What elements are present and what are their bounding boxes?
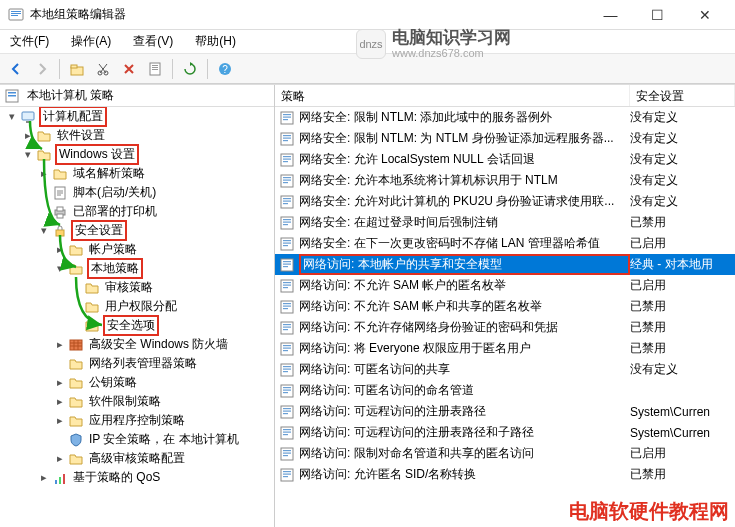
tree-adv-audit[interactable]: 高级审核策略配置 <box>87 450 187 467</box>
expand-icon[interactable]: ▸ <box>52 337 68 353</box>
qos-icon <box>52 470 68 486</box>
cut-button[interactable] <box>91 57 115 81</box>
expand-icon[interactable]: ▸ <box>52 394 68 410</box>
list-row[interactable]: 网络访问: 可远程访问的注册表路径System\Curren <box>275 401 735 422</box>
tree-software-restrict[interactable]: 软件限制策略 <box>87 393 163 410</box>
collapse-icon[interactable]: ▾ <box>4 109 20 125</box>
policy-root-icon <box>4 88 20 104</box>
expand-icon[interactable]: ▸ <box>36 470 52 486</box>
list-row[interactable]: 网络安全: 限制 NTLM: 添加此域中的服务器例外没有定义 <box>275 107 735 128</box>
refresh-button[interactable] <box>178 57 202 81</box>
list-row[interactable]: 网络访问: 本地帐户的共享和安全模型经典 - 对本地用 <box>275 254 735 275</box>
collapse-icon[interactable]: ▾ <box>36 223 52 239</box>
maximize-button[interactable]: ☐ <box>635 1 680 29</box>
list-row[interactable]: 网络访问: 可匿名访问的共享没有定义 <box>275 359 735 380</box>
tree-software-settings[interactable]: 软件设置 <box>55 127 107 144</box>
svg-rect-48 <box>281 217 293 229</box>
svg-rect-50 <box>283 221 291 222</box>
list-body[interactable]: 网络安全: 限制 NTLM: 添加此域中的服务器例外没有定义网络安全: 限制 N… <box>275 107 735 527</box>
list-row[interactable]: 网络安全: 限制 NTLM: 为 NTLM 身份验证添加远程服务器...没有定义 <box>275 128 735 149</box>
svg-rect-39 <box>283 161 288 162</box>
expand-icon[interactable]: ▸ <box>52 451 68 467</box>
tree-policy-qos[interactable]: 基于策略的 QoS <box>71 469 162 486</box>
svg-rect-31 <box>283 119 288 120</box>
policy-setting: 已禁用 <box>630 466 735 483</box>
list-row[interactable]: 网络安全: 允许本地系统将计算机标识用于 NTLM没有定义 <box>275 170 735 191</box>
svg-rect-62 <box>283 284 291 285</box>
svg-rect-77 <box>283 366 291 367</box>
policy-setting: 已禁用 <box>630 298 735 315</box>
svg-rect-89 <box>283 429 291 430</box>
minimize-button[interactable]: — <box>588 1 633 29</box>
svg-rect-81 <box>283 387 291 388</box>
tree-security-settings[interactable]: 安全设置 <box>71 220 127 241</box>
forward-button[interactable] <box>30 57 54 81</box>
menu-view[interactable]: 查看(V) <box>129 31 177 52</box>
policy-label: 网络访问: 本地帐户的共享和安全模型 <box>299 254 630 275</box>
properties-button[interactable] <box>143 57 167 81</box>
tree-netlist-mgr[interactable]: 网络列表管理器策略 <box>87 355 199 372</box>
list-row[interactable]: 网络安全: 在下一次更改密码时不存储 LAN 管理器哈希值已启用 <box>275 233 735 254</box>
tree-ip-sec[interactable]: IP 安全策略，在 本地计算机 <box>87 431 241 448</box>
collapse-icon[interactable]: ▾ <box>20 147 36 163</box>
tree-audit-policy[interactable]: 审核策略 <box>103 279 155 296</box>
policy-setting: System\Curren <box>630 426 735 440</box>
expand-icon[interactable]: ▸ <box>36 166 52 182</box>
svg-rect-1 <box>11 11 21 12</box>
policy-item-icon <box>279 236 295 252</box>
list-row[interactable]: 网络安全: 允许对此计算机的 PKU2U 身份验证请求使用联...没有定义 <box>275 191 735 212</box>
back-button[interactable] <box>4 57 28 81</box>
collapse-icon[interactable]: ▾ <box>52 261 68 277</box>
tree-windows-firewall[interactable]: 高级安全 Windows 防火墙 <box>87 336 230 353</box>
expand-icon[interactable]: ▸ <box>52 242 68 258</box>
list-row[interactable]: 网络访问: 可远程访问的注册表路径和子路径System\Curren <box>275 422 735 443</box>
tree-dns-policy[interactable]: 域名解析策略 <box>71 165 147 182</box>
svg-rect-44 <box>281 196 293 208</box>
list-row[interactable]: 网络访问: 不允许 SAM 帐户的匿名枚举已启用 <box>275 275 735 296</box>
tree-app-control[interactable]: 应用程序控制策略 <box>87 412 187 429</box>
tree-body[interactable]: ▾计算机配置 ▸软件设置 ▾Windows 设置 ▸域名解析策略 脚本(启动/关… <box>0 107 274 527</box>
up-button[interactable] <box>65 57 89 81</box>
tree-scripts[interactable]: 脚本(启动/关机) <box>71 184 158 201</box>
list-row[interactable]: 网络访问: 不允许存储网络身份验证的密码和凭据已禁用 <box>275 317 735 338</box>
tree-security-options[interactable]: 安全选项 <box>103 315 159 336</box>
list-row[interactable]: 网络安全: 在超过登录时间后强制注销已禁用 <box>275 212 735 233</box>
tree-computer-config[interactable]: 计算机配置 <box>39 107 107 127</box>
help-button[interactable]: ? <box>213 57 237 81</box>
tree-deployed-printers[interactable]: 已部署的打印机 <box>71 203 159 220</box>
tree-local-policy[interactable]: 本地策略 <box>87 258 143 279</box>
policy-label: 网络安全: 允许本地系统将计算机标识用于 NTLM <box>299 172 630 189</box>
svg-rect-54 <box>283 242 291 243</box>
separator-icon <box>172 59 173 79</box>
menu-file[interactable]: 文件(F) <box>6 31 53 52</box>
tree-public-key[interactable]: 公钥策略 <box>87 374 139 391</box>
list-row[interactable]: 网络安全: 允许 LocalSystem NULL 会话回退没有定义 <box>275 149 735 170</box>
svg-rect-42 <box>283 179 291 180</box>
policy-setting: 没有定义 <box>630 109 735 126</box>
expand-icon[interactable]: ▸ <box>52 375 68 391</box>
list-row[interactable]: 网络访问: 不允许 SAM 帐户和共享的匿名枚举已禁用 <box>275 296 735 317</box>
site-logo-icon: dnzs <box>356 29 386 59</box>
menu-action[interactable]: 操作(A) <box>67 31 115 52</box>
tree-user-rights[interactable]: 用户权限分配 <box>103 298 179 315</box>
list-row[interactable]: 网络访问: 可匿名访问的命名管道 <box>275 380 735 401</box>
expand-icon[interactable]: ▸ <box>20 128 36 144</box>
col-policy[interactable]: 策略 <box>275 85 630 106</box>
svg-rect-61 <box>283 282 291 283</box>
menu-help[interactable]: 帮助(H) <box>191 31 240 52</box>
col-setting[interactable]: 安全设置 <box>630 85 735 106</box>
script-icon <box>52 185 68 201</box>
printer-icon <box>52 204 68 220</box>
delete-button[interactable] <box>117 57 141 81</box>
policy-item-icon <box>279 194 295 210</box>
policy-item-icon <box>279 446 295 462</box>
expand-icon[interactable]: ▸ <box>52 413 68 429</box>
policy-setting: 已禁用 <box>630 319 735 336</box>
list-row[interactable]: 网络访问: 将 Everyone 权限应用于匿名用户已禁用 <box>275 338 735 359</box>
svg-rect-16 <box>8 95 16 97</box>
list-row[interactable]: 网络访问: 允许匿名 SID/名称转换已禁用 <box>275 464 735 485</box>
tree-windows-settings[interactable]: Windows 设置 <box>55 144 139 165</box>
list-row[interactable]: 网络访问: 限制对命名管道和共享的匿名访问已启用 <box>275 443 735 464</box>
close-button[interactable]: ✕ <box>682 1 727 29</box>
tree-account-policy[interactable]: 帐户策略 <box>87 241 139 258</box>
